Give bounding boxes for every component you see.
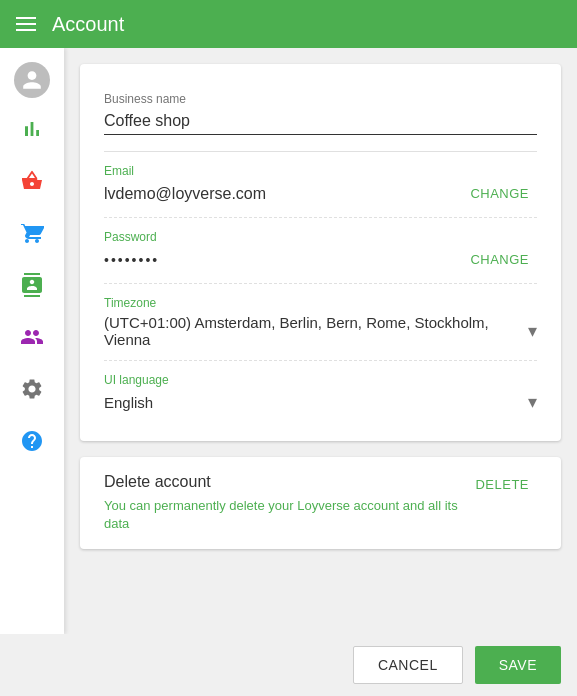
language-chevron-icon: ▾ <box>528 391 537 413</box>
save-button[interactable]: SAVE <box>475 646 561 684</box>
footer: CANCEL SAVE <box>0 634 577 696</box>
timezone-value: (UTC+01:00) Amsterdam, Berlin, Bern, Rom… <box>104 314 528 348</box>
password-change-button[interactable]: CHANGE <box>462 248 537 271</box>
email-field-group: Email lvdemo@loyverse.com CHANGE <box>104 152 537 218</box>
email-row: lvdemo@loyverse.com CHANGE <box>104 182 537 205</box>
cart-icon <box>20 221 44 251</box>
password-label: Password <box>104 230 537 244</box>
settings-icon <box>20 377 44 407</box>
contacts-icon <box>20 273 44 303</box>
language-label: UI language <box>104 373 537 387</box>
delete-button[interactable]: DELETE <box>467 473 537 496</box>
language-value: English <box>104 394 153 411</box>
main-layout: Business name Coffee shop Email lvdemo@l… <box>0 48 577 634</box>
sidebar-item-help[interactable] <box>8 420 56 468</box>
basket-icon <box>20 169 44 199</box>
sidebar-item-avatar[interactable] <box>8 56 56 104</box>
avatar <box>14 62 50 98</box>
sidebar-item-settings[interactable] <box>8 368 56 416</box>
sidebar-item-contacts[interactable] <box>8 264 56 312</box>
page-title: Account <box>52 13 124 36</box>
sidebar <box>0 48 64 634</box>
sidebar-item-employees[interactable] <box>8 316 56 364</box>
header: Account <box>0 0 577 48</box>
delete-title: Delete account <box>104 473 467 491</box>
delete-row: Delete account You can permanently delet… <box>104 473 537 533</box>
content-area: Business name Coffee shop Email lvdemo@l… <box>64 48 577 634</box>
sidebar-item-inventory[interactable] <box>8 212 56 260</box>
employees-icon <box>20 325 44 355</box>
business-name-label: Business name <box>104 92 537 106</box>
cancel-button[interactable]: CANCEL <box>353 646 463 684</box>
delete-account-card: Delete account You can permanently delet… <box>80 457 561 549</box>
timezone-label: Timezone <box>104 296 537 310</box>
sidebar-item-sales[interactable] <box>8 160 56 208</box>
timezone-chevron-icon: ▾ <box>528 320 537 342</box>
help-icon <box>20 429 44 459</box>
language-field: UI language English ▾ <box>104 361 537 425</box>
sidebar-item-analytics[interactable] <box>8 108 56 156</box>
delete-description: You can permanently delete your Loyverse… <box>104 497 467 533</box>
email-change-button[interactable]: CHANGE <box>462 182 537 205</box>
password-row: •••••••• CHANGE <box>104 248 537 271</box>
business-name-field: Business name Coffee shop <box>104 80 537 152</box>
menu-icon[interactable] <box>16 17 36 31</box>
language-select[interactable]: English ▾ <box>104 391 537 413</box>
email-label: Email <box>104 164 537 178</box>
account-form-card: Business name Coffee shop Email lvdemo@l… <box>80 64 561 441</box>
timezone-field: Timezone (UTC+01:00) Amsterdam, Berlin, … <box>104 284 537 361</box>
email-value: lvdemo@loyverse.com <box>104 185 266 203</box>
password-field-group: Password •••••••• CHANGE <box>104 218 537 284</box>
analytics-icon <box>20 117 44 147</box>
timezone-select[interactable]: (UTC+01:00) Amsterdam, Berlin, Bern, Rom… <box>104 314 537 348</box>
delete-info: Delete account You can permanently delet… <box>104 473 467 533</box>
business-name-value[interactable]: Coffee shop <box>104 112 537 135</box>
password-value: •••••••• <box>104 252 159 268</box>
